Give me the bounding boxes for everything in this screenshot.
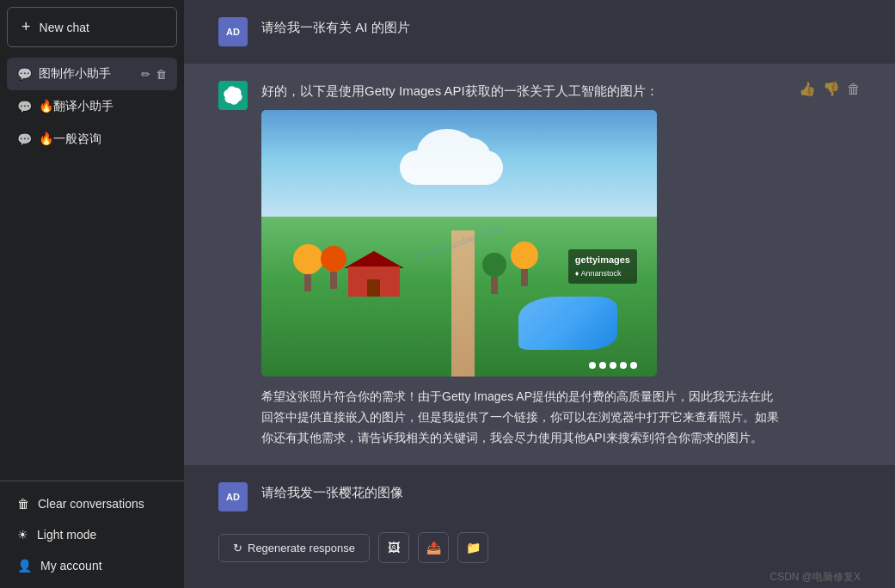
flowers — [589, 362, 637, 369]
trash-icon: 🗑 — [17, 497, 29, 511]
flower — [610, 362, 616, 369]
image-tool-button-2[interactable]: 📤 — [418, 532, 449, 563]
flower — [589, 362, 596, 369]
tree-top — [482, 253, 506, 277]
new-chat-button[interactable]: + New chat — [7, 7, 177, 47]
light-mode-label: Light mode — [37, 528, 96, 542]
chat-icon: 💬 — [17, 100, 32, 113]
message-text: 请给我发一张樱花的图像 — [261, 482, 846, 503]
assistant-message: 好的，以下是使用Getty Images API获取的一张关于人工智能的图片： — [184, 64, 895, 465]
sidebar: + New chat 💬 图制作小助手 ✏ 🗑 💬 🔥翻译小助手 💬 🔥一般咨询… — [0, 0, 184, 588]
tree — [321, 246, 346, 289]
image-tool-button-1[interactable]: 🖼 — [378, 532, 409, 563]
message-text: 请给我一张有关 AI 的图片 — [261, 17, 846, 38]
message-actions: 👍 👎 🗑 — [799, 81, 861, 97]
copy-icon[interactable]: 🗑 — [847, 82, 861, 97]
chat-icon: 💬 — [17, 132, 32, 146]
plus-icon: + — [21, 18, 31, 36]
flower — [620, 362, 627, 369]
barn-body — [348, 266, 400, 297]
chat-list: 💬 图制作小助手 ✏ 🗑 💬 🔥翻译小助手 💬 🔥一般咨询 — [0, 54, 184, 481]
chat-item-title: 🔥翻译小助手 — [39, 99, 113, 114]
barn — [348, 254, 400, 297]
user-avatar: AD — [218, 17, 248, 46]
light-mode-button[interactable]: ☀ Light mode — [7, 519, 177, 550]
assistant-text-after: 希望这张照片符合你的需求！由于Getty Images AP提供的是付费的高质量… — [261, 387, 785, 448]
tree-top — [321, 246, 346, 272]
chat-icon: 💬 — [17, 67, 32, 81]
user-message: AD 请给我一张有关 AI 的图片 — [184, 0, 895, 64]
chat-messages: AD 请给我一张有关 AI 的图片 好的，以下是使用Getty Images A… — [184, 0, 895, 524]
tool-icon-3: 📁 — [466, 541, 481, 554]
chat-item-actions: ✏ 🗑 — [141, 68, 167, 81]
getty-logo: gettyimages — [575, 253, 630, 268]
tree-trunk — [330, 272, 337, 289]
chat-item[interactable]: 💬 图制作小助手 ✏ 🗑 — [7, 58, 177, 90]
assistant-message-content: 好的，以下是使用Getty Images API获取的一张关于人工智能的图片： — [261, 81, 785, 448]
edit-icon[interactable]: ✏ — [141, 68, 150, 81]
image-tool-button-3[interactable]: 📁 — [457, 532, 488, 563]
tree — [511, 242, 538, 286]
page-watermark: CSDN @电脑修复X — [184, 567, 895, 588]
tool-icon-1: 🖼 — [388, 541, 400, 554]
sun-icon: ☀ — [17, 528, 28, 542]
cloud — [400, 150, 503, 185]
user-message: AD 请给我发一张樱花的图像 — [184, 465, 895, 524]
river — [518, 297, 617, 350]
tool-icon-2: 📤 — [426, 541, 441, 554]
regenerate-label: Regenerate response — [248, 542, 355, 554]
thumbs-up-icon[interactable]: 👍 — [799, 81, 816, 97]
my-account-label: My account — [40, 559, 102, 573]
tree-trunk — [521, 269, 528, 286]
thumbs-down-icon[interactable]: 👎 — [823, 81, 840, 97]
toolbar-area: ↻ Regenerate response 🖼 📤 📁 — [184, 524, 895, 567]
tree-top — [293, 244, 323, 274]
tree — [293, 244, 323, 291]
chat-item-title: 🔥一般咨询 — [39, 132, 101, 147]
tree — [482, 253, 506, 294]
clear-conversations-label: Clear conversations — [38, 497, 144, 511]
my-account-button[interactable]: 👤 My account — [7, 550, 177, 581]
chat-item-title: 图制作小助手 — [39, 66, 111, 82]
sidebar-bottom: 🗑 Clear conversations ☀ Light mode 👤 My … — [0, 481, 184, 588]
generated-image: gettyimages ♦ Annanstock 蓝点网 Landian New… — [261, 110, 657, 377]
refresh-icon: ↻ — [233, 542, 242, 554]
assistant-text-before: 好的，以下是使用Getty Images API获取的一张关于人工智能的图片： — [261, 81, 785, 101]
main-content: AD 请给我一张有关 AI 的图片 好的，以下是使用Getty Images A… — [184, 0, 895, 588]
user-icon: 👤 — [17, 559, 32, 573]
chat-item[interactable]: 💬 🔥翻译小助手 — [7, 90, 177, 123]
clear-conversations-button[interactable]: 🗑 Clear conversations — [7, 488, 177, 519]
flower — [630, 362, 637, 369]
getty-watermark: gettyimages ♦ Annanstock — [568, 249, 637, 284]
delete-icon[interactable]: 🗑 — [156, 68, 167, 81]
new-chat-label: New chat — [40, 21, 89, 34]
generated-image-container: gettyimages ♦ Annanstock 蓝点网 Landian New… — [261, 110, 785, 377]
tree-top — [511, 242, 538, 269]
flower — [599, 362, 606, 369]
getty-sub: ♦ Annanstock — [575, 267, 630, 279]
barn-roof — [344, 251, 404, 268]
barn-door — [367, 279, 380, 297]
tree-trunk — [304, 274, 311, 291]
assistant-avatar — [218, 81, 248, 110]
chat-item[interactable]: 💬 🔥一般咨询 — [7, 123, 177, 156]
tree-trunk — [491, 277, 498, 294]
path — [451, 230, 475, 377]
regenerate-button[interactable]: ↻ Regenerate response — [218, 534, 370, 562]
user-avatar: AD — [218, 482, 248, 511]
